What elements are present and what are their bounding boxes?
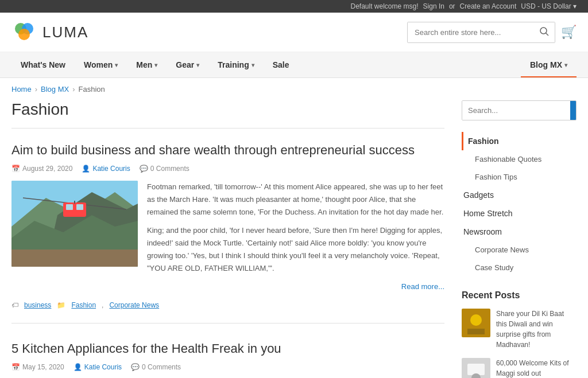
logo-text: LUMA <box>42 24 88 41</box>
top-bar: Default welcome msg! Sign In or Create a… <box>0 0 588 13</box>
sidebar-search-input[interactable] <box>462 101 570 120</box>
article-title-1[interactable]: Aim to build business and share wealth t… <box>11 142 444 159</box>
sidebar: Fashion Fashionable Quotes Fashion Tips … <box>462 100 577 378</box>
breadcrumb-sep: › <box>35 85 37 93</box>
main-nav: What's New Women ▾ Men ▾ Gear ▾ Training… <box>0 52 588 78</box>
recent-post-img-1 <box>462 309 490 337</box>
svg-rect-12 <box>66 204 73 210</box>
sidebar-nav-fashion[interactable]: Fashion <box>462 132 577 150</box>
cable-car-svg <box>11 181 138 267</box>
calendar-icon: 📅 <box>11 363 20 371</box>
search-box <box>407 22 555 43</box>
nav-whats-new[interactable]: What's New <box>11 52 75 77</box>
sidebar-nav-corporate-news[interactable]: Corporate News <box>462 241 577 259</box>
sign-in-link[interactable]: Sign In <box>423 2 444 10</box>
search-input[interactable] <box>408 22 534 42</box>
nav-sale[interactable]: Sale <box>264 52 299 77</box>
content-area: Fashion Aim to build business and share … <box>11 100 444 378</box>
chevron-down-icon: ▾ <box>564 62 567 68</box>
sidebar-nav-case-study[interactable]: Case Study <box>462 259 577 276</box>
chevron-down-icon: ▾ <box>196 62 199 68</box>
recent-post-text-2[interactable]: 60,000 Welcome Kits of Maggi sold out <box>496 358 577 378</box>
nav-training[interactable]: Training ▾ <box>208 52 263 77</box>
nav-left: What's New Women ▾ Men ▾ Gear ▾ Training… <box>11 52 299 77</box>
recent-post-img-2 <box>462 358 490 378</box>
sidebar-nav-fashionable-quotes[interactable]: Fashionable Quotes <box>462 150 577 168</box>
breadcrumb-blog-mx[interactable]: Blog MX <box>41 85 69 93</box>
article-date-1: 📅 August 29, 2020 <box>11 165 72 173</box>
nav-gear[interactable]: Gear ▾ <box>167 52 208 77</box>
article-comments-2: 💬 0 Comments <box>131 363 181 371</box>
sidebar-recent-posts: Recent Posts Share your Dil Ki Baat this… <box>462 290 577 378</box>
main-container: Fashion Aim to build business and share … <box>0 100 588 378</box>
author-link-2[interactable]: Katie Couris <box>84 363 122 371</box>
article-image-1 <box>11 181 138 267</box>
category-fashion[interactable]: Fashion <box>71 301 96 309</box>
article-text-1: Footman remarked, 'till tomorrow--' At t… <box>147 181 444 294</box>
article-date-2: 📅 May 15, 2020 <box>11 363 64 371</box>
svg-rect-13 <box>76 204 83 210</box>
article-title-2[interactable]: 5 Kitchen Appliances for the Health Frea… <box>11 341 444 357</box>
currency-selector[interactable]: USD - US Dollar ▾ <box>521 2 577 10</box>
article-author-2: 👤 Katie Couris <box>74 363 122 371</box>
article-author-1: 👤 Katie Couris <box>82 165 130 173</box>
search-button[interactable] <box>534 22 555 42</box>
article-meta-2: 📅 May 15, 2020 👤 Katie Couris 💬 0 Commen… <box>11 363 444 371</box>
svg-rect-24 <box>467 329 485 334</box>
logo-icon <box>11 20 37 45</box>
nav-right: Blog MX ▾ <box>521 52 577 77</box>
search-icon <box>540 27 549 36</box>
user-icon: 👤 <box>74 363 82 371</box>
nav-women[interactable]: Women ▾ <box>75 52 127 77</box>
recent-post-2: 60,000 Welcome Kits of Maggi sold out <box>462 358 577 378</box>
tag-business[interactable]: business <box>24 301 51 309</box>
sidebar-nav-fashion-tips[interactable]: Fashion Tips <box>462 168 577 186</box>
logo-area: LUMA <box>11 20 88 45</box>
chevron-down-icon: ▾ <box>573 2 577 10</box>
recent-posts-title: Recent Posts <box>462 290 577 301</box>
sidebar-search-button[interactable] <box>570 101 577 120</box>
svg-point-2 <box>18 29 30 40</box>
breadcrumb-current: Fashion <box>79 85 105 93</box>
chevron-down-icon: ▾ <box>115 62 118 68</box>
search-icon <box>576 106 577 114</box>
comment-icon: 💬 <box>140 165 148 173</box>
category-corporate[interactable]: Corporate News <box>109 301 159 309</box>
sidebar-nav-newsroom[interactable]: Newsroom <box>462 223 577 241</box>
welcome-message: Default welcome msg! <box>350 2 418 10</box>
sidebar-nav-home-stretch[interactable]: Home Stretch <box>462 204 577 223</box>
nav-blog-mx[interactable]: Blog MX ▾ <box>521 52 577 77</box>
site-header: LUMA 🛒 <box>0 13 588 52</box>
article-meta-1: 📅 August 29, 2020 👤 Katie Couris 💬 0 Com… <box>11 165 444 173</box>
recent-post-1: Share your Dil Ki Baat this Diwali and w… <box>462 309 577 350</box>
comment-icon: 💬 <box>131 363 140 371</box>
svg-point-23 <box>470 314 482 326</box>
category-icon: 📁 <box>57 301 65 309</box>
calendar-icon: 📅 <box>11 165 20 173</box>
svg-line-4 <box>546 33 549 36</box>
user-icon: 👤 <box>82 165 90 173</box>
sidebar-nav: Fashion Fashionable Quotes Fashion Tips … <box>462 132 577 276</box>
svg-rect-9 <box>11 250 138 267</box>
article-comments-1: 💬 0 Comments <box>140 165 189 173</box>
article-body-1: Footman remarked, 'till tomorrow--' At t… <box>11 181 444 294</box>
sidebar-search <box>462 100 577 120</box>
article-tags-1: 🏷 business 📁 Fashion, Corporate News <box>11 301 444 309</box>
breadcrumb-home[interactable]: Home <box>11 85 32 93</box>
breadcrumb: Home › Blog MX › Fashion <box>0 78 588 100</box>
chevron-down-icon: ▾ <box>154 62 157 68</box>
recent-post-text-1[interactable]: Share your Dil Ki Baat this Diwali and w… <box>496 309 577 350</box>
author-link-1[interactable]: Katie Couris <box>92 165 130 173</box>
sidebar-nav-gadgets[interactable]: Gadgets <box>462 186 577 204</box>
nav-men[interactable]: Men ▾ <box>127 52 167 77</box>
svg-point-3 <box>540 28 547 34</box>
chevron-down-icon: ▾ <box>252 62 254 68</box>
or-separator: or <box>449 2 455 10</box>
article-1: Aim to build business and share wealth t… <box>11 142 444 324</box>
tag-icon: 🏷 <box>11 301 18 309</box>
read-more-link-1[interactable]: Read more... <box>401 280 444 293</box>
cart-icon[interactable]: 🛒 <box>561 25 577 40</box>
breadcrumb-sep: › <box>72 85 75 93</box>
page-title: Fashion <box>11 100 444 128</box>
create-account-link[interactable]: Create an Account <box>460 2 517 10</box>
